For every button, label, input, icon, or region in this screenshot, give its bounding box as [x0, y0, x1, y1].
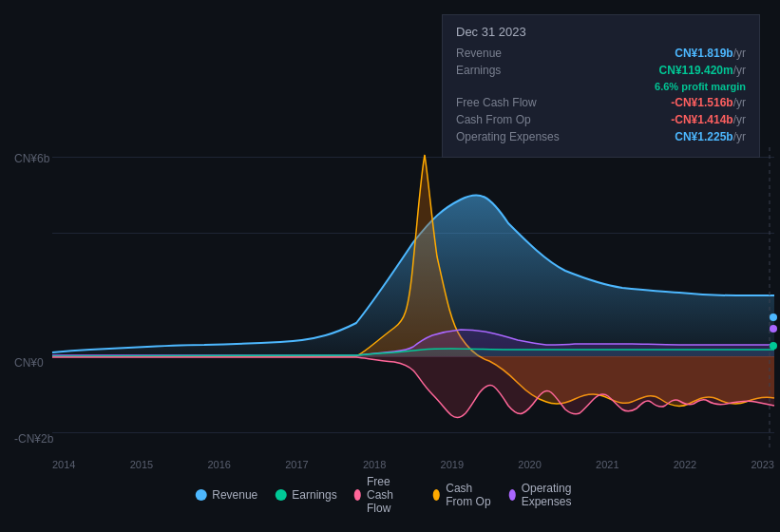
legend-label-cash-op: Cash From Op: [446, 482, 491, 508]
earnings-indicator-dot: [770, 342, 777, 350]
free-cash-flow-value: -CN¥1.516b/yr: [671, 96, 746, 109]
legend-dot-revenue: [195, 489, 206, 501]
tooltip-date: Dec 31 2023: [456, 25, 746, 39]
x-label-2017: 2017: [285, 459, 308, 470]
cash-from-op-label: Cash From Op: [456, 113, 531, 126]
legend-item-op-expenses[interactable]: Operating Expenses: [508, 482, 584, 508]
free-cash-flow-label: Free Cash Flow: [456, 96, 537, 109]
right-indicators: [770, 314, 777, 332]
revenue-value: CN¥1.819b/yr: [675, 47, 746, 60]
tooltip-box: Dec 31 2023 Revenue CN¥1.819b/yr Earning…: [442, 14, 760, 158]
x-axis: 2014 2015 2016 2017 2018 2019 2020 2021 …: [52, 459, 774, 470]
y-label-top: CN¥6b: [14, 152, 49, 165]
legend-item-free-cash-flow[interactable]: Free Cash Flow: [354, 475, 416, 515]
x-label-2019: 2019: [441, 459, 464, 470]
x-label-2020: 2020: [518, 459, 541, 470]
legend-dot-op-exp: [508, 489, 515, 501]
x-label-2021: 2021: [596, 459, 618, 470]
legend-item-revenue[interactable]: Revenue: [195, 488, 257, 502]
chart-legend: Revenue Earnings Free Cash Flow Cash Fro…: [195, 475, 585, 515]
legend-label-earnings: Earnings: [292, 488, 336, 502]
x-label-2023: 2023: [751, 459, 773, 470]
legend-label-revenue: Revenue: [212, 488, 257, 502]
legend-dot-fcf: [354, 489, 361, 501]
y-label-mid: CN¥0: [14, 356, 44, 370]
legend-item-earnings[interactable]: Earnings: [275, 488, 336, 502]
chart-container: Dec 31 2023 Revenue CN¥1.819b/yr Earning…: [0, 0, 780, 532]
right-indicators-2: [770, 342, 777, 350]
fcf-area: [52, 356, 774, 417]
cash-from-op-value: -CN¥1.414b/yr: [671, 113, 746, 126]
profit-margin-row: 6.6% profit margin: [456, 81, 746, 92]
operating-expenses-value: CN¥1.225b/yr: [675, 130, 746, 143]
legend-label-op-exp: Operating Expenses: [522, 482, 585, 508]
free-cash-flow-row: Free Cash Flow -CN¥1.516b/yr: [456, 96, 746, 109]
x-label-2014: 2014: [52, 459, 75, 470]
chart-svg: [52, 147, 774, 451]
legend-label-fcf: Free Cash Flow: [367, 475, 416, 515]
revenue-indicator-dot: [770, 314, 777, 321]
x-label-2018: 2018: [363, 459, 386, 470]
revenue-label: Revenue: [456, 47, 502, 60]
x-label-2016: 2016: [207, 459, 230, 470]
cash-from-op-row: Cash From Op -CN¥1.414b/yr: [456, 113, 746, 126]
legend-dot-cash-op: [433, 489, 440, 501]
x-label-2022: 2022: [674, 459, 696, 470]
earnings-label: Earnings: [456, 64, 501, 77]
legend-item-cash-from-op[interactable]: Cash From Op: [433, 482, 491, 508]
profit-margin-text: 6.6% profit margin: [655, 81, 746, 92]
revenue-row: Revenue CN¥1.819b/yr: [456, 47, 746, 60]
earnings-value: CN¥119.420m/yr: [659, 64, 746, 77]
operating-expenses-row: Operating Expenses CN¥1.225b/yr: [456, 130, 746, 143]
legend-dot-earnings: [275, 489, 286, 501]
operating-expenses-label: Operating Expenses: [456, 130, 560, 143]
op-exp-indicator-dot: [770, 325, 777, 332]
y-label-bot: -CN¥2b: [14, 432, 53, 446]
earnings-row: Earnings CN¥119.420m/yr: [456, 64, 746, 77]
x-label-2015: 2015: [130, 459, 153, 470]
